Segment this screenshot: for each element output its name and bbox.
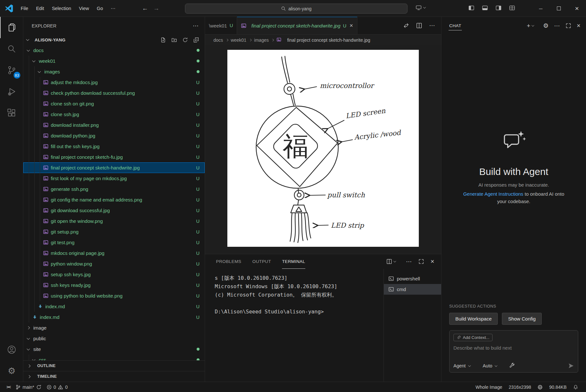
menu-go[interactable]: Go	[93, 0, 107, 16]
settings-button[interactable]: ⚙	[0, 360, 23, 382]
tree-item[interactable]: check python download successful.pngU	[23, 88, 205, 98]
chat-input-box[interactable]: Add Context... Agent Auto	[449, 330, 578, 373]
tree-item[interactable]: image	[23, 322, 205, 333]
generate-agent-instructions-link[interactable]: Generate Agent Instructions	[463, 191, 523, 197]
chat-more-actions-icon[interactable]: ⋯	[554, 22, 560, 29]
command-center-search[interactable]: alison-yang	[185, 4, 407, 14]
nav-forward-button[interactable]: →	[153, 5, 159, 12]
tab-week01[interactable]: \week01 U	[205, 17, 237, 34]
split-terminal-button[interactable]	[386, 259, 400, 264]
breadcrumb-item[interactable]: docs	[213, 38, 223, 43]
toggle-sidebar-icon[interactable]	[468, 5, 474, 11]
activity-extensions[interactable]	[0, 102, 23, 124]
tree-item[interactable]: git test.pngU	[23, 237, 205, 248]
tab-sketch-image[interactable]: final project concept sketch-handwrite.j…	[237, 17, 357, 34]
nav-back-button[interactable]: ←	[142, 5, 148, 12]
activity-search[interactable]	[0, 38, 23, 60]
maximize-panel-icon[interactable]	[418, 259, 424, 264]
panel-tab-terminal[interactable]: TERMINAL	[282, 254, 305, 269]
agent-mode-select[interactable]: Agent	[453, 363, 474, 368]
chat-settings-icon[interactable]: ⚙	[543, 23, 548, 29]
more-actions-icon[interactable]: ⋯	[429, 22, 435, 29]
tree-item[interactable]: git config the name and email address.pn…	[23, 194, 205, 205]
tree-item[interactable]: css	[23, 354, 205, 360]
open-changes-icon[interactable]	[403, 23, 409, 28]
panel-tab-problems[interactable]: PROBLEMS	[216, 254, 241, 269]
tree-item[interactable]: download python.jpgU	[23, 130, 205, 141]
split-editor-icon[interactable]	[416, 23, 422, 28]
tree-item[interactable]: first look of my page on mkdocs.jpgU	[23, 173, 205, 184]
tree-item[interactable]: final project concept sketch-fu.jpgU	[23, 152, 205, 162]
menu-view[interactable]: View	[75, 0, 93, 16]
tree-item[interactable]: clone ssh.jpgU	[23, 109, 205, 120]
tree-item[interactable]: using python to build website.pngU	[23, 290, 205, 301]
tree-item[interactable]: images	[23, 66, 205, 77]
terminal-list-item-cmd[interactable]: cmd	[384, 284, 441, 295]
collapse-all-icon[interactable]	[193, 37, 199, 43]
expand-chat-icon[interactable]	[566, 23, 571, 28]
show-config-button[interactable]: Show Config	[502, 313, 542, 325]
breadcrumb-item[interactable]: final project concept sketch-handwrite.j…	[287, 38, 370, 43]
tree-item[interactable]: python window.pngU	[23, 258, 205, 269]
chat-prompt-input[interactable]	[453, 345, 574, 351]
tree-item[interactable]: index.mdU	[23, 301, 205, 312]
outline-section[interactable]: OUTLINE	[23, 360, 205, 371]
image-zoom-status[interactable]: Whole Image	[473, 382, 505, 392]
activity-source-control[interactable]: 83	[0, 60, 23, 81]
activity-run-debug[interactable]	[0, 81, 23, 102]
remote-indicator[interactable]: ><	[4, 382, 13, 392]
breadcrumb-item[interactable]: week01	[231, 38, 246, 43]
tree-item[interactable]: public	[23, 333, 205, 344]
toggle-panel-icon[interactable]	[482, 5, 488, 11]
toggle-secondary-sidebar-icon[interactable]	[495, 5, 502, 11]
refresh-icon[interactable]	[182, 37, 188, 43]
notifications-button[interactable]	[570, 382, 581, 392]
tree-item[interactable]: generate ssh.pngU	[23, 184, 205, 194]
terminal-list-item-powershell[interactable]: powershell	[384, 273, 441, 284]
tree-item[interactable]: git download successful.jpgU	[23, 205, 205, 216]
menu-edit[interactable]: Edit	[32, 0, 48, 16]
maximize-button[interactable]	[550, 0, 568, 17]
git-branch-status[interactable]: main*	[13, 382, 44, 392]
panel-tab-output[interactable]: OUTPUT	[252, 254, 271, 269]
timeline-section[interactable]: TIMELINE	[23, 371, 205, 382]
close-panel-icon[interactable]: ×	[430, 258, 435, 265]
customize-layout-icon[interactable]	[509, 5, 515, 11]
tree-item[interactable]: adjust the mkdocs.jpgU	[23, 77, 205, 88]
breadcrumb-item[interactable]: images	[254, 38, 269, 43]
panel-more-actions-icon[interactable]: ⋯	[406, 258, 412, 265]
tree-item[interactable]: index.mdU	[23, 312, 205, 322]
tree-item[interactable]: git setup.pngU	[23, 226, 205, 237]
new-chat-button[interactable]: +	[527, 23, 538, 29]
network-status[interactable]	[535, 382, 545, 392]
menu-selection[interactable]: Selection	[48, 0, 75, 16]
new-folder-icon[interactable]	[171, 37, 177, 43]
tree-item[interactable]: site	[23, 344, 205, 354]
add-context-button[interactable]: Add Context...	[453, 334, 493, 341]
close-button[interactable]: ×	[568, 0, 586, 17]
activity-explorer[interactable]	[0, 17, 23, 38]
tree-item[interactable]: download installer.pngU	[23, 120, 205, 130]
model-select[interactable]: Auto	[483, 363, 501, 368]
tree-item[interactable]: clone ssh on git.pngU	[23, 98, 205, 109]
image-dimensions-status[interactable]: 2316x2398	[506, 382, 534, 392]
minimize-button[interactable]: ─	[532, 0, 550, 17]
tree-item[interactable]: ssh keys ready.jpgU	[23, 280, 205, 290]
tree-item[interactable]: fill out the ssh keys.jpgU	[23, 141, 205, 152]
chat-tab[interactable]: CHAT	[449, 21, 462, 30]
new-file-icon[interactable]	[160, 37, 166, 43]
tree-item[interactable]: git open the window.pngU	[23, 216, 205, 226]
tree-item[interactable]: docs	[23, 45, 205, 56]
tools-button[interactable]	[509, 363, 515, 369]
build-workspace-button[interactable]: Build Workspace	[449, 313, 498, 325]
tree-item[interactable]: week01	[23, 56, 205, 66]
menu-[interactable]: ⋯	[107, 0, 120, 16]
menu-file[interactable]: File	[17, 0, 32, 16]
send-button[interactable]	[568, 363, 574, 369]
account-button[interactable]	[0, 339, 23, 360]
problems-status[interactable]: 0 0	[44, 382, 71, 392]
workspace-section-header[interactable]: ALISON-YANG	[23, 35, 205, 45]
tree-item[interactable]: setup ssh keys.jpgU	[23, 269, 205, 280]
close-chat-icon[interactable]: ×	[577, 22, 581, 29]
screencast-toggle[interactable]	[416, 5, 429, 11]
